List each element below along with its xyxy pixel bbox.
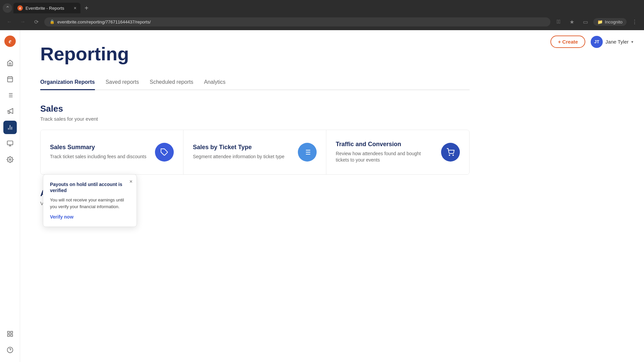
svg-rect-22 [10, 335, 12, 337]
user-chevron-icon: ▾ [631, 40, 633, 44]
sidebar-item-apps[interactable] [3, 327, 17, 341]
incognito-btn[interactable]: 📁 Incognito [593, 18, 627, 26]
popup-body: You will not receive your earnings until… [50, 197, 130, 210]
sidebar: e [0, 30, 20, 362]
report-cards-grid: Sales Summary Track ticket sales includi… [40, 130, 470, 175]
card-content: Sales by Ticket Type Segment attendee in… [193, 144, 291, 160]
eye-slash-icon: 👁̸ [553, 16, 564, 27]
tag-icon [155, 143, 174, 162]
traffic-title: Traffic and Conversion [336, 141, 434, 148]
tab-favicon: e [17, 5, 23, 11]
svg-rect-19 [7, 331, 9, 334]
split-view-icon[interactable]: ▭ [580, 16, 591, 27]
sidebar-item-home[interactable] [3, 56, 17, 70]
list-icon [298, 143, 317, 162]
traffic-desc: Review how attendees found and bought ti… [336, 150, 434, 164]
ticket-type-title: Sales by Ticket Type [193, 144, 291, 151]
back-nav-btn[interactable]: ⌃ [3, 3, 12, 13]
back-btn[interactable]: ← [4, 16, 15, 27]
svg-rect-21 [7, 335, 9, 337]
traffic-conversion-card[interactable]: Traffic and Conversion Review how attend… [326, 130, 469, 174]
active-tab[interactable]: e Eventbrite - Reports × [13, 3, 80, 13]
page-title: Reporting [40, 44, 470, 64]
tabs-nav: Organization Reports Saved reports Sched… [40, 75, 470, 90]
svg-rect-20 [10, 331, 12, 334]
bookmark-star-icon[interactable]: ★ [567, 16, 577, 27]
ticket-type-desc: Segment attendee information by ticket t… [193, 154, 291, 160]
lock-icon: 🔒 [50, 19, 55, 24]
menu-btn[interactable]: ⋮ [629, 16, 640, 27]
svg-point-33 [453, 155, 453, 156]
sales-title: Sales [40, 104, 470, 114]
new-tab-btn[interactable]: + [82, 3, 91, 13]
tab-close-btn[interactable]: × [74, 5, 76, 11]
create-button[interactable]: + Create [550, 36, 585, 48]
forward-btn[interactable]: → [17, 16, 28, 27]
sidebar-item-finance[interactable] [3, 137, 17, 150]
sidebar-logo[interactable]: e [4, 36, 16, 48]
svg-point-32 [449, 155, 450, 156]
sales-summary-title: Sales Summary [50, 144, 148, 151]
sidebar-item-reports[interactable] [3, 121, 17, 134]
user-name: Jane Tyler [605, 39, 629, 45]
sales-summary-card[interactable]: Sales Summary Track ticket sales includi… [41, 130, 183, 174]
sidebar-item-list[interactable] [3, 88, 17, 102]
sales-summary-desc: Track ticket sales including fees and di… [50, 154, 148, 160]
folder-icon: 📁 [597, 19, 603, 24]
sales-section: Sales Track sales for your event Sales S… [40, 104, 470, 175]
tab-organization-reports[interactable]: Organization Reports [40, 75, 95, 90]
address-bar[interactable]: 🔒 eventbrite.com/reporting/776711644437/… [44, 17, 550, 26]
svg-text:e: e [9, 38, 11, 45]
card-content: Sales Summary Track ticket sales includi… [50, 144, 148, 160]
sidebar-item-megaphone[interactable] [3, 105, 17, 118]
tab-analytics[interactable]: Analytics [204, 75, 225, 90]
address-text: eventbrite.com/reporting/776711644437/re… [57, 19, 151, 24]
svg-rect-15 [7, 141, 13, 145]
svg-rect-2 [7, 77, 12, 82]
reload-btn[interactable]: ⟳ [31, 16, 42, 27]
verify-now-link[interactable]: Verify now [50, 214, 73, 220]
sales-by-ticket-card[interactable]: Sales by Ticket Type Segment attendee in… [183, 130, 326, 174]
sidebar-item-calendar[interactable] [3, 72, 17, 86]
user-avatar: JT [591, 36, 603, 48]
sales-description: Track sales for your event [40, 116, 470, 122]
popup-close-btn[interactable]: × [129, 179, 132, 185]
cart-icon [441, 143, 460, 162]
main-content: Reporting Organization Reports Saved rep… [20, 30, 644, 362]
tab-scheduled-reports[interactable]: Scheduled reports [150, 75, 193, 90]
tab-title: Eventbrite - Reports [25, 6, 71, 11]
sidebar-item-settings[interactable] [3, 153, 17, 166]
card-content: Traffic and Conversion Review how attend… [336, 141, 434, 164]
sidebar-item-help[interactable] [3, 343, 17, 357]
tab-saved-reports[interactable]: Saved reports [106, 75, 139, 90]
payout-popup: × Payouts on hold until account is verif… [43, 174, 137, 227]
popup-title: Payouts on hold until account is verifie… [50, 181, 130, 193]
svg-point-18 [9, 159, 11, 161]
user-profile-btn[interactable]: JT Jane Tyler ▾ [591, 36, 633, 48]
incognito-label: Incognito [605, 19, 623, 24]
